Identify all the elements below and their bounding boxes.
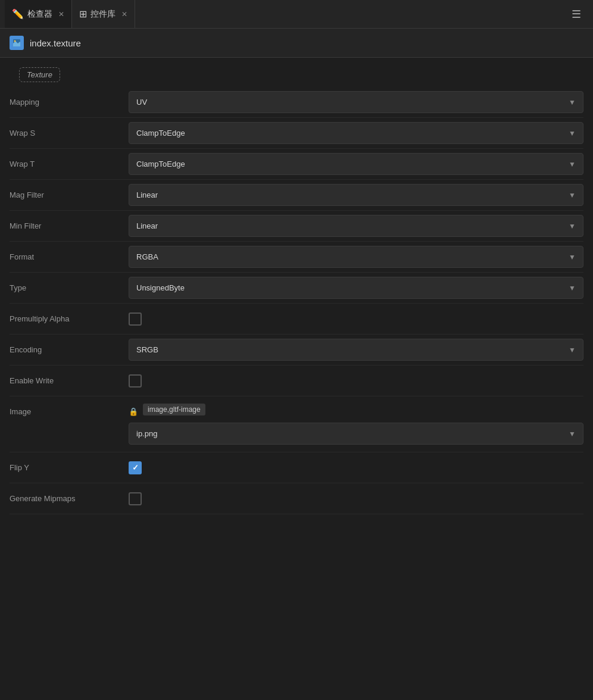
premultiply-alpha-checkbox[interactable] [129,312,142,326]
tab-widget-lib-label: 控件库 [90,9,116,20]
wrap-t-arrow: ▼ [569,160,576,168]
widget-lib-icon: ⊞ [79,8,87,20]
image-label: Image [10,404,129,416]
file-icon [10,36,24,50]
encoding-dropdown[interactable]: SRGB ▼ [129,339,583,361]
mapping-row: Mapping UV ▼ [10,87,583,118]
min-filter-label: Min Filter [10,221,129,230]
image-tag: image,gltf-image [143,404,205,415]
tab-widget-lib-close[interactable]: ✕ [121,10,127,18]
image-lock-icon: 🔒 [129,407,138,416]
mapping-arrow: ▼ [569,98,576,107]
mag-filter-row: Mag Filter Linear ▼ [10,180,583,211]
generate-mipmaps-value [129,492,583,505]
premultiply-alpha-label: Premultiply Alpha [10,314,129,323]
mapping-dropdown[interactable]: UV ▼ [129,91,583,113]
format-selected: RGBA [136,252,158,261]
wrap-s-label: Wrap S [10,129,129,138]
wrap-s-selected: ClampToEdge [136,129,185,138]
wrap-t-selected: ClampToEdge [136,160,185,168]
min-filter-value: Linear ▼ [129,215,583,237]
wrap-t-label: Wrap T [10,160,129,168]
enable-write-checkbox[interactable] [129,374,142,388]
mag-filter-selected: Linear [136,190,158,199]
type-dropdown[interactable]: UnsignedByte ▼ [129,277,583,299]
wrap-t-row: Wrap T ClampToEdge ▼ [10,149,583,180]
image-selected: ip.png [136,429,157,438]
mag-filter-value: Linear ▼ [129,184,583,206]
wrap-t-dropdown[interactable]: ClampToEdge ▼ [129,153,583,175]
tab-inspector[interactable]: ✏️ 检查器 ✕ [5,0,72,28]
type-label: Type [10,283,129,292]
type-row: Type UnsignedByte ▼ [10,273,583,304]
type-value: UnsignedByte ▼ [129,277,583,299]
file-title: index.texture [30,38,81,48]
encoding-row: Encoding SRGB ▼ [10,335,583,365]
tab-inspector-close[interactable]: ✕ [58,10,64,18]
format-arrow: ▼ [569,253,576,261]
image-field: 🔒 image,gltf-image ip.png ▼ [129,404,583,445]
flip-y-value [129,461,583,474]
format-label: Format [10,252,129,261]
mag-filter-dropdown[interactable]: Linear ▼ [129,184,583,206]
mapping-label: Mapping [10,98,129,107]
wrap-s-value: ClampToEdge ▼ [129,122,583,144]
image-dropdown-arrow: ▼ [569,430,576,438]
wrap-s-dropdown[interactable]: ClampToEdge ▼ [129,122,583,144]
wrap-t-value: ClampToEdge ▼ [129,153,583,175]
format-dropdown[interactable]: RGBA ▼ [129,246,583,268]
flip-y-row: Flip Y [10,452,583,483]
encoding-selected: SRGB [136,345,158,354]
menu-icon[interactable]: ☰ [564,8,588,21]
tab-widget-lib[interactable]: ⊞ 控件库 ✕ [72,0,135,28]
type-arrow: ▼ [569,284,576,292]
svg-point-2 [14,40,16,42]
enable-write-row: Enable Write [10,365,583,396]
file-header: index.texture [0,29,593,58]
generate-mipmaps-row: Generate Mipmaps [10,483,583,514]
min-filter-selected: Linear [136,221,158,230]
encoding-label: Encoding [10,345,129,354]
mapping-value: UV ▼ [129,91,583,113]
mag-filter-arrow: ▼ [569,191,576,199]
mag-filter-label: Mag Filter [10,190,129,199]
enable-write-value [129,374,583,388]
tab-inspector-label: 检查器 [27,9,52,20]
min-filter-dropdown[interactable]: Linear ▼ [129,215,583,237]
flip-y-label: Flip Y [10,463,129,472]
type-selected: UnsignedByte [136,283,185,292]
enable-write-label: Enable Write [10,376,129,385]
generate-mipmaps-checkbox[interactable] [129,492,142,505]
wrap-s-arrow: ▼ [569,129,576,138]
encoding-arrow: ▼ [569,346,576,354]
premultiply-alpha-row: Premultiply Alpha [10,304,583,335]
format-row: Format RGBA ▼ [10,242,583,273]
tab-bar: ✏️ 检查器 ✕ ⊞ 控件库 ✕ ☰ [0,0,593,29]
mapping-selected: UV [136,98,147,107]
min-filter-arrow: ▼ [569,222,576,230]
encoding-value: SRGB ▼ [129,339,583,361]
image-dropdown[interactable]: ip.png ▼ [129,423,583,445]
flip-y-checkbox[interactable] [129,461,142,474]
properties-panel: Mapping UV ▼ Wrap S ClampToEdge ▼ Wrap T… [0,87,593,514]
wrap-s-row: Wrap S ClampToEdge ▼ [10,118,583,149]
inspector-icon: ✏️ [12,8,24,20]
image-row: Image 🔒 image,gltf-image ip.png ▼ [10,396,583,452]
min-filter-row: Min Filter Linear ▼ [10,211,583,242]
section-tag: Texture [19,67,60,82]
premultiply-alpha-value [129,312,583,326]
generate-mipmaps-label: Generate Mipmaps [10,494,129,503]
format-value: RGBA ▼ [129,246,583,268]
